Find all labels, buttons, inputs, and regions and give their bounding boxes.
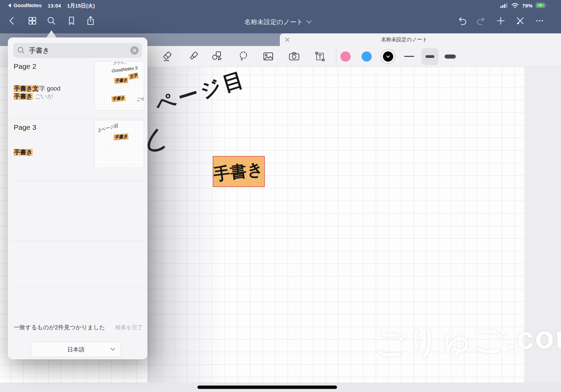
snippet-highlight: 手書き xyxy=(14,149,33,156)
clear-search-icon[interactable] xyxy=(130,46,139,54)
thumb-highlight: 文字 xyxy=(128,72,139,80)
popover-arrow xyxy=(46,30,57,37)
snippet-highlight: 手書き文 xyxy=(14,85,39,92)
chevron-down-icon xyxy=(306,20,312,24)
back-to-app-icon xyxy=(7,3,12,8)
language-chevron-down-icon xyxy=(110,347,115,351)
note-title: 名称未設定のノート xyxy=(244,18,303,27)
search-icon xyxy=(17,47,25,54)
battery-charging-icon xyxy=(536,3,547,8)
snippet-rest: 字 good xyxy=(39,85,60,92)
edit-mode-toggle-pen-icon[interactable] xyxy=(513,14,527,28)
highlighter-tool[interactable] xyxy=(185,48,201,65)
toolbar-divider xyxy=(336,49,336,64)
camera-tool[interactable] xyxy=(286,48,302,65)
note-title-menu[interactable]: 名称未設定のノート xyxy=(220,11,336,33)
thickness-medium-selected[interactable] xyxy=(421,48,438,65)
more-options-button[interactable] xyxy=(533,14,546,28)
snippet-highlight: 手書き xyxy=(14,93,33,100)
search-popover: Page 2 手書き文字 good 手書き ごいが グリベ… GoodNotes… xyxy=(8,37,147,359)
return-to-app-label: GoodNotes xyxy=(14,2,42,8)
canvas-search-highlight-text: 手書き xyxy=(212,158,265,186)
divider xyxy=(11,288,145,288)
thumb-ink: 2ページ目 xyxy=(98,123,119,134)
search-input[interactable] xyxy=(28,46,124,55)
divider xyxy=(11,181,145,181)
thickness-medium-mark xyxy=(426,55,434,58)
thumb-ink: グリベ… xyxy=(113,61,127,66)
watermark-text: ごりゅご.com xyxy=(374,316,552,365)
canvas-search-highlight-box[interactable]: 手書き xyxy=(213,156,265,187)
home-indicator[interactable] xyxy=(197,386,337,389)
text-tool[interactable] xyxy=(312,48,328,65)
undo-button[interactable] xyxy=(455,14,469,28)
cellular-signal-icon xyxy=(500,3,509,8)
back-button[interactable] xyxy=(5,14,19,28)
snippet-rest: ごいが xyxy=(33,93,53,100)
redo-button[interactable] xyxy=(475,14,488,28)
active-document-tab[interactable]: 名称未設定のノート xyxy=(280,33,561,46)
language-selector[interactable]: 日本語 xyxy=(31,342,121,357)
close-tab-icon[interactable] xyxy=(285,37,290,43)
bookmark-button[interactable] xyxy=(65,14,78,28)
add-page-button[interactable] xyxy=(494,14,508,28)
pen-color-black-selected[interactable] xyxy=(381,49,396,64)
color-chevron-down-icon xyxy=(385,54,391,59)
thumb-highlight: 手書き xyxy=(111,95,126,102)
thickness-thin[interactable] xyxy=(404,56,414,57)
thumb-highlight: 手書き xyxy=(114,77,128,84)
match-count-label: 一致するものが2件見つかりました xyxy=(14,324,105,331)
tab-title: 名称未設定のノート xyxy=(378,36,431,43)
result-thumbnail[interactable]: グリベ… GoodNotes 5 文字 手書き 手書き ごり xyxy=(94,61,144,110)
divider xyxy=(11,241,145,241)
thumb-ink: GoodNotes 5 xyxy=(111,65,138,73)
search-field[interactable] xyxy=(13,43,142,58)
search-button[interactable] xyxy=(45,14,58,28)
search-result-page-2[interactable]: Page 2 手書き文字 good 手書き ごいが グリベ… GoodNotes… xyxy=(8,58,147,119)
status-bar: GoodNotes 13:04 1月15日(火) 79% xyxy=(0,0,561,11)
battery-percent-label: 79% xyxy=(522,3,533,9)
image-tool[interactable] xyxy=(260,48,276,65)
nav-bar: 名称未設定のノート xyxy=(0,11,561,33)
page-thumbnails-button[interactable] xyxy=(26,14,39,28)
thickness-thick[interactable] xyxy=(445,54,456,59)
finish-search-button[interactable]: 検索を完了 xyxy=(115,324,143,331)
result-page-label: Page 2 xyxy=(14,62,36,70)
goodnotes-app-screen: ごりゅご.com ページ目 手書き GoodNotes 13:04 1月15日(… xyxy=(0,0,561,392)
status-time: 13:04 xyxy=(48,3,61,9)
status-date: 1月15日(火) xyxy=(67,3,95,9)
return-to-app[interactable]: GoodNotes xyxy=(7,2,42,8)
pen-color-black-dot xyxy=(383,51,393,62)
pen-color-pink[interactable] xyxy=(340,51,351,62)
language-label: 日本語 xyxy=(67,346,85,354)
eraser-tool[interactable] xyxy=(159,48,176,65)
lasso-tool[interactable] xyxy=(235,48,252,65)
result-page-label: Page 3 xyxy=(14,123,36,131)
result-thumbnail[interactable]: 2ページ目 手書き xyxy=(94,120,144,168)
handwriting-stroke-partial xyxy=(145,129,165,156)
thumb-ink: ごり xyxy=(136,96,144,103)
share-button[interactable] xyxy=(84,14,97,28)
thumb-highlight: 手書き xyxy=(113,133,129,141)
wifi-icon xyxy=(511,3,519,8)
search-result-page-3[interactable]: Page 3 手書き 2ページ目 手書き xyxy=(8,119,147,180)
pen-color-blue[interactable] xyxy=(362,51,372,62)
shapes-tool[interactable] xyxy=(209,48,225,65)
